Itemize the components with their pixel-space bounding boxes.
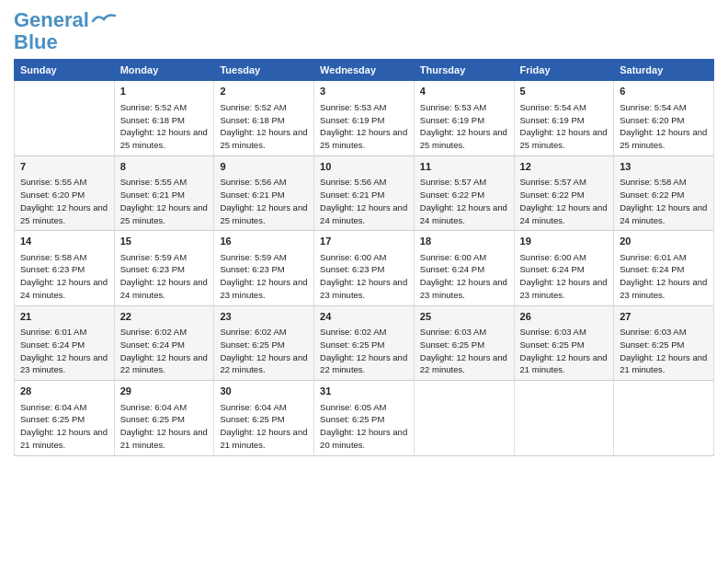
day-number: 13: [620, 160, 708, 174]
week-row-5: 28Sunrise: 6:04 AMSunset: 6:25 PMDayligh…: [15, 381, 714, 455]
cell-info: Sunrise: 5:53 AMSunset: 6:19 PMDaylight:…: [320, 101, 408, 152]
calendar-cell: 15Sunrise: 5:59 AMSunset: 6:23 PMDayligh…: [114, 231, 214, 305]
calendar-cell: 27Sunrise: 6:03 AMSunset: 6:25 PMDayligh…: [614, 305, 714, 380]
cell-info: Sunrise: 6:02 AMSunset: 6:25 PMDaylight:…: [320, 326, 408, 376]
page: General Blue SundayMondayTuesdayWednesda…: [0, 0, 728, 465]
calendar-cell: 14Sunrise: 5:58 AMSunset: 6:23 PMDayligh…: [15, 231, 115, 305]
day-number: 25: [420, 310, 508, 324]
header: General Blue: [14, 9, 714, 53]
week-row-2: 7Sunrise: 5:55 AMSunset: 6:20 PMDaylight…: [15, 155, 714, 230]
cell-info: Sunrise: 5:56 AMSunset: 6:21 PMDaylight:…: [320, 176, 408, 226]
calendar-cell: 21Sunrise: 6:01 AMSunset: 6:24 PMDayligh…: [15, 305, 115, 380]
calendar-cell: 24Sunrise: 6:02 AMSunset: 6:25 PMDayligh…: [314, 305, 415, 380]
calendar-cell: 2Sunrise: 5:52 AMSunset: 6:18 PMDaylight…: [214, 81, 314, 155]
day-number: 19: [520, 235, 609, 248]
day-number: 29: [120, 385, 209, 398]
calendar-cell: 13Sunrise: 5:58 AMSunset: 6:22 PMDayligh…: [614, 155, 714, 230]
week-row-3: 14Sunrise: 5:58 AMSunset: 6:23 PMDayligh…: [15, 231, 714, 305]
calendar-cell: 1Sunrise: 5:52 AMSunset: 6:18 PMDaylight…: [114, 81, 214, 155]
col-header-wednesday: Wednesday: [314, 60, 415, 81]
day-number: 21: [20, 310, 108, 324]
calendar-cell: 31Sunrise: 6:05 AMSunset: 6:25 PMDayligh…: [314, 381, 415, 455]
day-number: 22: [120, 310, 209, 324]
day-number: 7: [20, 160, 108, 174]
col-header-sunday: Sunday: [15, 60, 115, 81]
calendar-cell: [514, 381, 614, 455]
col-header-monday: Monday: [114, 60, 214, 81]
logo-text: General Blue: [14, 9, 89, 53]
cell-info: Sunrise: 5:55 AMSunset: 6:20 PMDaylight:…: [20, 176, 108, 226]
week-row-4: 21Sunrise: 6:01 AMSunset: 6:24 PMDayligh…: [15, 305, 714, 380]
cell-info: Sunrise: 6:01 AMSunset: 6:24 PMDaylight:…: [20, 326, 108, 376]
day-number: 23: [220, 310, 308, 324]
logo: General Blue: [14, 9, 117, 53]
day-number: 3: [320, 85, 408, 98]
col-header-saturday: Saturday: [614, 60, 714, 81]
day-number: 16: [220, 235, 308, 248]
calendar-cell: 19Sunrise: 6:00 AMSunset: 6:24 PMDayligh…: [514, 231, 614, 305]
cell-info: Sunrise: 5:59 AMSunset: 6:23 PMDaylight:…: [220, 251, 308, 302]
calendar-cell: 4Sunrise: 5:53 AMSunset: 6:19 PMDaylight…: [414, 81, 514, 155]
cell-info: Sunrise: 6:04 AMSunset: 6:25 PMDaylight:…: [220, 401, 308, 452]
day-number: 20: [620, 235, 708, 248]
calendar-cell: 17Sunrise: 6:00 AMSunset: 6:23 PMDayligh…: [314, 231, 415, 305]
calendar-cell: 16Sunrise: 5:59 AMSunset: 6:23 PMDayligh…: [214, 231, 314, 305]
cell-info: Sunrise: 5:57 AMSunset: 6:22 PMDaylight:…: [420, 176, 508, 226]
cell-info: Sunrise: 6:02 AMSunset: 6:25 PMDaylight:…: [220, 326, 308, 376]
day-number: 9: [220, 160, 308, 174]
calendar-cell: 10Sunrise: 5:56 AMSunset: 6:21 PMDayligh…: [314, 155, 415, 230]
cell-info: Sunrise: 5:59 AMSunset: 6:23 PMDaylight:…: [120, 251, 209, 302]
calendar-cell: 25Sunrise: 6:03 AMSunset: 6:25 PMDayligh…: [414, 305, 514, 380]
cell-info: Sunrise: 5:58 AMSunset: 6:23 PMDaylight:…: [20, 251, 108, 302]
day-number: 12: [520, 160, 609, 174]
day-number: 18: [420, 235, 508, 248]
cell-info: Sunrise: 5:56 AMSunset: 6:21 PMDaylight:…: [220, 176, 308, 226]
calendar-cell: [614, 381, 714, 455]
week-row-1: 1Sunrise: 5:52 AMSunset: 6:18 PMDaylight…: [15, 81, 714, 155]
calendar-cell: 29Sunrise: 6:04 AMSunset: 6:25 PMDayligh…: [114, 381, 214, 455]
day-number: 14: [20, 235, 108, 248]
cell-info: Sunrise: 6:03 AMSunset: 6:25 PMDaylight:…: [620, 326, 708, 376]
calendar-cell: 18Sunrise: 6:00 AMSunset: 6:24 PMDayligh…: [414, 231, 514, 305]
day-number: 5: [520, 85, 609, 98]
day-number: 31: [320, 385, 408, 398]
cell-info: Sunrise: 6:00 AMSunset: 6:24 PMDaylight:…: [420, 251, 508, 302]
day-number: 10: [320, 160, 408, 174]
calendar-cell: 7Sunrise: 5:55 AMSunset: 6:20 PMDaylight…: [15, 155, 115, 230]
calendar-cell: 28Sunrise: 6:04 AMSunset: 6:25 PMDayligh…: [15, 381, 115, 455]
calendar-table: SundayMondayTuesdayWednesdayThursdayFrid…: [14, 59, 714, 455]
day-number: 26: [520, 310, 609, 324]
cell-info: Sunrise: 5:54 AMSunset: 6:20 PMDaylight:…: [620, 101, 708, 152]
calendar-cell: 8Sunrise: 5:55 AMSunset: 6:21 PMDaylight…: [114, 155, 214, 230]
header-row: SundayMondayTuesdayWednesdayThursdayFrid…: [15, 60, 714, 81]
calendar-cell: 23Sunrise: 6:02 AMSunset: 6:25 PMDayligh…: [214, 305, 314, 380]
cell-info: Sunrise: 5:58 AMSunset: 6:22 PMDaylight:…: [620, 176, 708, 226]
day-number: 30: [220, 385, 308, 398]
day-number: 4: [420, 85, 508, 98]
cell-info: Sunrise: 5:52 AMSunset: 6:18 PMDaylight:…: [120, 101, 209, 152]
day-number: 17: [320, 235, 408, 248]
day-number: 11: [420, 160, 508, 174]
calendar-cell: 11Sunrise: 5:57 AMSunset: 6:22 PMDayligh…: [414, 155, 514, 230]
cell-info: Sunrise: 5:53 AMSunset: 6:19 PMDaylight:…: [420, 101, 508, 152]
day-number: 2: [220, 85, 308, 98]
cell-info: Sunrise: 6:04 AMSunset: 6:25 PMDaylight:…: [120, 401, 209, 452]
cell-info: Sunrise: 5:55 AMSunset: 6:21 PMDaylight:…: [120, 176, 209, 226]
calendar-cell: 5Sunrise: 5:54 AMSunset: 6:19 PMDaylight…: [514, 81, 614, 155]
cell-info: Sunrise: 6:04 AMSunset: 6:25 PMDaylight:…: [20, 401, 108, 452]
day-number: 1: [120, 85, 209, 98]
day-number: 6: [620, 85, 708, 98]
cell-info: Sunrise: 5:57 AMSunset: 6:22 PMDaylight:…: [520, 176, 609, 226]
day-number: 8: [120, 160, 209, 174]
day-number: 28: [20, 385, 108, 398]
cell-info: Sunrise: 6:05 AMSunset: 6:25 PMDaylight:…: [320, 401, 408, 452]
calendar-cell: 20Sunrise: 6:01 AMSunset: 6:24 PMDayligh…: [614, 231, 714, 305]
cell-info: Sunrise: 5:54 AMSunset: 6:19 PMDaylight:…: [520, 101, 609, 152]
cell-info: Sunrise: 6:02 AMSunset: 6:24 PMDaylight:…: [120, 326, 209, 376]
col-header-tuesday: Tuesday: [214, 60, 314, 81]
calendar-cell: 22Sunrise: 6:02 AMSunset: 6:24 PMDayligh…: [114, 305, 214, 380]
cell-info: Sunrise: 6:00 AMSunset: 6:23 PMDaylight:…: [320, 251, 408, 302]
cell-info: Sunrise: 5:52 AMSunset: 6:18 PMDaylight:…: [220, 101, 308, 152]
logo-bird-icon: [91, 12, 117, 30]
cell-info: Sunrise: 6:00 AMSunset: 6:24 PMDaylight:…: [520, 251, 609, 302]
